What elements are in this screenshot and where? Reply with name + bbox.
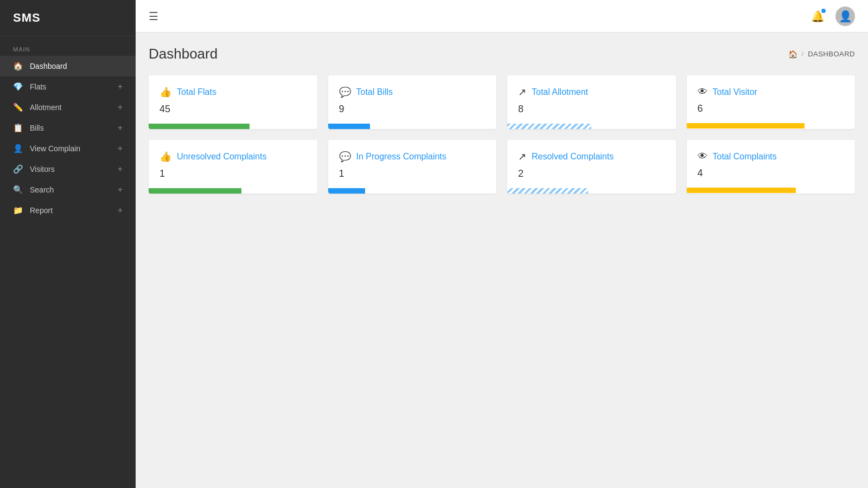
sidebar-item-flats[interactable]: 💎 Flats +: [0, 76, 136, 97]
report-icon: 📁: [13, 206, 23, 215]
brand-logo: SMS: [0, 0, 136, 36]
sidebar-item-dashboard[interactable]: 🏠 Dashboard: [0, 56, 136, 76]
total-complaints-title: Total Complaints: [713, 152, 777, 162]
total-visitor-bar: [687, 123, 805, 129]
breadcrumb-separator: /: [802, 50, 804, 58]
total-flats-value: 45: [159, 104, 307, 115]
user-avatar[interactable]: 👤: [835, 7, 855, 26]
total-complaints-bar: [687, 188, 796, 193]
sidebar-item-view-complain[interactable]: 👤 View Complain +: [0, 138, 136, 159]
card-header-in-progress-complaints: 💬 In Progress Complaints: [339, 151, 486, 163]
total-visitor-value: 6: [698, 103, 845, 114]
card-in-progress-complaints: 💬 In Progress Complaints 1: [328, 140, 497, 194]
allotment-icon: ✏️: [13, 102, 23, 112]
total-flats-title: Total Flats: [177, 87, 216, 97]
total-bills-title: Total Bills: [356, 87, 393, 97]
resolved-complaints-value: 2: [518, 168, 665, 179]
search-icon: 🔍: [13, 185, 23, 195]
total-allotment-icon: ↗: [518, 86, 526, 98]
breadcrumb-current: DASHBOARD: [808, 50, 855, 58]
total-allotment-bar-wrapper: [507, 124, 676, 129]
sidebar-section-label: Main: [0, 36, 136, 56]
content-area: Dashboard 🏠 / DASHBOARD 👍 Total Flats 45…: [136, 33, 868, 488]
card-header-total-visitor: 👁 Total Visitor: [698, 86, 845, 98]
unresolved-complaints-bar-wrapper: [149, 188, 317, 194]
card-header-resolved-complaints: ↗ Resolved Complaints: [518, 151, 665, 163]
stat-cards-row2: 👍 Unresolved Complaints 1 💬 In Progress …: [149, 140, 855, 194]
total-complaints-bar-wrapper: [687, 188, 856, 193]
resolved-complaints-bar: [507, 188, 588, 194]
total-visitor-bar-wrapper: [687, 123, 856, 129]
total-allotment-title: Total Allotment: [532, 87, 588, 97]
unresolved-complaints-value: 1: [159, 168, 307, 179]
in-progress-complaints-icon: 💬: [339, 151, 351, 163]
card-header-total-allotment: ↗ Total Allotment: [518, 86, 665, 98]
visitors-plus[interactable]: +: [118, 164, 123, 174]
card-total-complaints: 👁 Total Complaints 4: [687, 140, 856, 194]
search-label: Search: [30, 185, 54, 194]
card-header-total-flats: 👍 Total Flats: [159, 86, 307, 98]
sidebar-item-allotment[interactable]: ✏️ Allotment +: [0, 97, 136, 118]
total-complaints-value: 4: [698, 168, 845, 179]
topbar: ☰ 🔔 👤: [136, 0, 868, 33]
card-total-flats: 👍 Total Flats 45: [149, 75, 317, 129]
view-complain-label: View Complain: [30, 144, 80, 153]
bills-plus[interactable]: +: [118, 123, 123, 133]
home-icon[interactable]: 🏠: [788, 50, 797, 59]
card-header-unresolved-complaints: 👍 Unresolved Complaints: [159, 151, 307, 163]
in-progress-complaints-bar-wrapper: [328, 188, 497, 194]
notification-bell[interactable]: 🔔: [811, 10, 825, 23]
total-complaints-icon: 👁: [698, 151, 707, 162]
card-unresolved-complaints: 👍 Unresolved Complaints 1: [149, 140, 317, 194]
card-total-bills: 💬 Total Bills 9: [328, 75, 497, 129]
bills-icon: 📋: [13, 123, 23, 133]
dashboard-icon: 🏠: [13, 61, 23, 71]
total-visitor-title: Total Visitor: [713, 87, 757, 97]
card-total-allotment: ↗ Total Allotment 8: [507, 75, 676, 129]
unresolved-complaints-bar: [149, 188, 241, 194]
total-flats-bar-wrapper: [149, 124, 317, 129]
sidebar-item-search[interactable]: 🔍 Search +: [0, 179, 136, 200]
view-complain-plus[interactable]: +: [118, 144, 123, 153]
total-flats-bar: [149, 124, 250, 129]
view-complain-icon: 👤: [13, 144, 23, 153]
unresolved-complaints-title: Unresolved Complaints: [177, 152, 266, 162]
user-avatar-icon: 👤: [839, 10, 852, 23]
total-allotment-bar: [507, 124, 591, 129]
total-bills-bar-wrapper: [328, 124, 497, 129]
sidebar-item-report[interactable]: 📁 Report +: [0, 200, 136, 221]
card-resolved-complaints: ↗ Resolved Complaints 2: [507, 140, 676, 194]
resolved-complaints-bar-wrapper: [507, 188, 676, 194]
total-bills-value: 9: [339, 104, 486, 115]
stat-cards-row1: 👍 Total Flats 45 💬 Total Bills 9 ↗: [149, 75, 855, 129]
flats-icon: 💎: [13, 82, 23, 92]
allotment-label: Allotment: [30, 103, 61, 112]
sidebar-item-visitors[interactable]: 🔗 Visitors +: [0, 159, 136, 179]
in-progress-complaints-value: 1: [339, 168, 486, 179]
card-total-visitor: 👁 Total Visitor 6: [687, 75, 856, 129]
card-header-total-complaints: 👁 Total Complaints: [698, 151, 845, 162]
sidebar-item-bills[interactable]: 📋 Bills +: [0, 118, 136, 138]
notification-dot: [821, 9, 826, 13]
allotment-plus[interactable]: +: [118, 102, 123, 112]
topbar-right: 🔔 👤: [811, 7, 855, 26]
report-plus[interactable]: +: [118, 206, 123, 215]
hamburger-button[interactable]: ☰: [149, 10, 158, 23]
search-plus[interactable]: +: [118, 185, 123, 195]
total-visitor-icon: 👁: [698, 86, 707, 98]
in-progress-complaints-title: In Progress Complaints: [356, 152, 446, 162]
in-progress-complaints-bar: [328, 188, 365, 194]
visitors-label: Visitors: [30, 165, 55, 174]
total-allotment-value: 8: [518, 104, 665, 115]
resolved-complaints-title: Resolved Complaints: [532, 152, 614, 162]
resolved-complaints-icon: ↗: [518, 151, 526, 163]
report-label: Report: [30, 206, 53, 215]
dashboard-label: Dashboard: [30, 62, 67, 70]
flats-plus[interactable]: +: [118, 82, 123, 92]
page-title: Dashboard: [149, 46, 218, 62]
breadcrumb-bar: Dashboard 🏠 / DASHBOARD: [149, 46, 855, 62]
unresolved-complaints-icon: 👍: [159, 151, 171, 163]
total-flats-icon: 👍: [159, 86, 171, 98]
main-area: ☰ 🔔 👤 Dashboard 🏠 / DASHBOARD 👍: [136, 0, 868, 488]
sidebar: SMS Main 🏠 Dashboard 💎 Flats + ✏️ Allotm…: [0, 0, 136, 488]
